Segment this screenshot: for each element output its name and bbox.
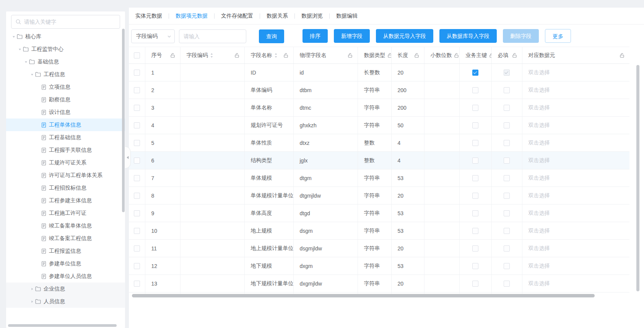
caret-down-icon[interactable]: [17, 47, 23, 51]
query-button[interactable]: 查询: [259, 29, 284, 43]
pk-checkbox[interactable]: [472, 140, 478, 146]
pk-checkbox[interactable]: [472, 70, 478, 76]
tree-item[interactable]: 参建单位信息: [6, 257, 125, 270]
required-checkbox[interactable]: [504, 175, 510, 181]
required-checkbox[interactable]: [504, 158, 510, 164]
cell-dataelem[interactable]: 双击选择: [522, 257, 629, 275]
row-select-checkbox[interactable]: [134, 175, 140, 181]
required-checkbox[interactable]: [504, 228, 510, 234]
sidebar-vertical-scrollbar[interactable]: [122, 29, 125, 212]
pk-checkbox[interactable]: [472, 210, 478, 216]
tree-item[interactable]: 设计信息: [6, 106, 125, 119]
tree-item[interactable]: 许可证与工程单体关系: [6, 169, 125, 182]
tab-4[interactable]: 数据关系: [260, 13, 294, 19]
tree-item[interactable]: 参建单位人员信息: [6, 270, 125, 283]
column-lock-icon[interactable]: [620, 53, 624, 58]
filter-field-select[interactable]: 字段编码: [131, 29, 175, 43]
row-select-checkbox[interactable]: [134, 70, 140, 76]
tree-item[interactable]: 工程监管中心: [6, 43, 125, 55]
tree-item[interactable]: 人员信息: [6, 295, 125, 308]
row-select-checkbox[interactable]: [134, 263, 140, 269]
tree-item[interactable]: 企业信息: [6, 283, 125, 295]
row-select-checkbox[interactable]: [134, 158, 140, 164]
pk-checkbox[interactable]: [472, 263, 478, 269]
cell-dataelem[interactable]: 双击选择: [522, 134, 629, 152]
cell-dataelem[interactable]: 双击选择: [522, 275, 629, 292]
action-button[interactable]: 从数据库导入字段: [439, 29, 497, 43]
required-checkbox[interactable]: [504, 281, 510, 287]
row-select-checkbox[interactable]: [134, 281, 140, 287]
caret-right-icon[interactable]: [29, 300, 35, 304]
tree-item[interactable]: 竣工备案工程信息: [6, 232, 125, 245]
cell-dataelem[interactable]: 双击选择: [522, 187, 629, 205]
action-button[interactable]: 新增字段: [334, 29, 370, 43]
required-checkbox[interactable]: [504, 245, 510, 252]
tree-item[interactable]: 竣工备案单体信息: [6, 219, 125, 232]
filter-value-input[interactable]: [179, 29, 246, 43]
sort-icon[interactable]: [274, 53, 278, 58]
tree-item[interactable]: 工程参建主体信息: [6, 194, 125, 207]
tree-item[interactable]: 立项信息: [6, 81, 125, 93]
row-select-checkbox[interactable]: [134, 210, 140, 216]
required-checkbox[interactable]: [504, 210, 510, 216]
required-checkbox[interactable]: [504, 87, 510, 93]
tree-item[interactable]: 工程信息: [6, 68, 125, 81]
table-vertical-scrollbar[interactable]: [636, 65, 639, 291]
row-select-checkbox[interactable]: [134, 105, 140, 111]
pk-checkbox[interactable]: [472, 87, 478, 93]
table-horizontal-scrollbar[interactable]: [132, 294, 595, 297]
cell-dataelem[interactable]: 双击选择: [522, 152, 629, 169]
tab-3[interactable]: 文件存储配置: [215, 13, 260, 19]
column-lock-icon[interactable]: [454, 53, 459, 58]
tab-6[interactable]: 数据编辑: [330, 13, 364, 19]
column-lock-icon[interactable]: [348, 53, 352, 58]
tree-item[interactable]: 工程报监信息: [6, 245, 125, 257]
pk-checkbox[interactable]: [472, 245, 478, 252]
cell-dataelem[interactable]: 双击选择: [522, 205, 629, 222]
row-select-checkbox[interactable]: [134, 140, 140, 146]
row-select-checkbox[interactable]: [134, 87, 140, 93]
cell-dataelem[interactable]: 双击选择: [522, 169, 629, 187]
cell-dataelem[interactable]: 双击选择: [522, 222, 629, 240]
column-lock-icon[interactable]: [415, 53, 419, 58]
select-all-checkbox[interactable]: [134, 52, 140, 58]
tree-item[interactable]: 工程单体信息: [6, 119, 125, 131]
tab-2[interactable]: 数据项元数据: [169, 13, 214, 19]
sidebar-horizontal-scrollbar[interactable]: [8, 324, 117, 327]
tree-item[interactable]: 工程基础信息: [6, 131, 125, 144]
pk-checkbox[interactable]: [472, 228, 478, 234]
action-button[interactable]: 排序: [302, 29, 328, 43]
pk-checkbox[interactable]: [472, 193, 478, 199]
tab-1[interactable]: 实体元数据: [129, 13, 169, 19]
caret-down-icon[interactable]: [11, 35, 17, 39]
column-lock-icon[interactable]: [512, 53, 517, 58]
tree-item[interactable]: 勘察信息: [6, 93, 125, 106]
tree-item[interactable]: 工程招投标信息: [6, 182, 125, 194]
required-checkbox[interactable]: [504, 193, 510, 199]
pk-checkbox[interactable]: [472, 158, 478, 164]
sidebar-collapse-handle[interactable]: [125, 146, 131, 169]
cell-dataelem[interactable]: 双击选择: [522, 99, 629, 117]
required-checkbox[interactable]: [504, 263, 510, 269]
row-select-checkbox[interactable]: [134, 122, 140, 128]
row-select-checkbox[interactable]: [134, 228, 140, 234]
row-select-checkbox[interactable]: [134, 245, 140, 252]
pk-checkbox[interactable]: [472, 175, 478, 181]
column-lock-icon[interactable]: [388, 53, 392, 58]
cell-dataelem[interactable]: 双击选择: [522, 117, 629, 134]
sort-icon[interactable]: [210, 53, 213, 58]
cell-dataelem[interactable]: 双击选择: [522, 81, 629, 99]
caret-down-icon[interactable]: [29, 73, 35, 76]
pk-checkbox[interactable]: [472, 105, 478, 111]
required-checkbox[interactable]: [504, 122, 510, 128]
row-select-checkbox[interactable]: [134, 193, 140, 199]
tree-item[interactable]: 工程施工许可证: [6, 207, 125, 219]
tree-item[interactable]: 核心库: [6, 30, 125, 43]
caret-down-icon[interactable]: [23, 60, 29, 64]
cell-dataelem[interactable]: 双击选择: [522, 64, 629, 81]
column-lock-icon[interactable]: [490, 53, 492, 58]
tree-item[interactable]: 基础信息: [6, 55, 125, 68]
caret-right-icon[interactable]: [29, 287, 35, 291]
action-button[interactable]: 更多: [545, 29, 571, 43]
pk-checkbox[interactable]: [472, 122, 478, 128]
